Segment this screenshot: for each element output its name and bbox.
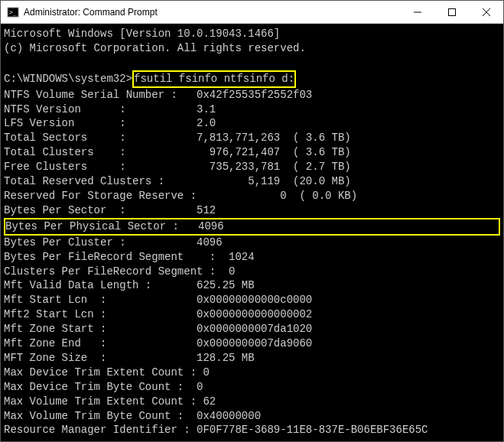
output-row: Total Sectors : 7,813,771,263 ( 3.6 TB) [4,131,500,145]
output-row: NTFS Volume Serial Number : 0x42f25535f2… [4,88,500,102]
output-label: NTFS Volume Serial Number : [4,89,197,101]
output-value: 3.1 [197,103,216,115]
window-controls [400,1,503,23]
output-label: Mft Zone Start : [4,323,197,335]
output-value: 976,721,407 ( 3.6 TB) [197,146,351,158]
output-label: Max Device Trim Extent Count : [4,366,203,379]
header-line: (c) Microsoft Corporation. All rights re… [4,41,500,56]
output-value: 0 [203,366,209,379]
output-label: Bytes Per Physical Sector : [5,220,198,232]
output-row: Total Clusters : 976,721,407 ( 3.6 TB) [4,145,500,160]
output-row: Clusters Per FileRecord Segment : 0 [4,265,500,279]
output-label: Mft Start Lcn : [4,294,197,306]
output-value: 4096 [197,236,223,249]
output-row: Max Volume Trim Extent Count : 62 [4,395,500,409]
output-value: 0 [197,381,203,393]
output-label: Clusters Per FileRecord Segment : [4,265,229,278]
output-row: Mft Zone Start : 0x0000000007da1020 [4,322,500,336]
output-label: Resource Manager Identifier : [4,424,197,436]
output-row: Bytes Per Sector : 512 [4,203,500,218]
output-value: 0x00000000000c0000 [197,294,312,306]
window-title: Administrator: Command Prompt [24,7,400,18]
output-row: Mft Zone End : 0x0000000007da9060 [4,336,500,351]
output-label: Mft Valid Data Length : [4,279,197,291]
close-button[interactable] [469,1,503,23]
output-value: 5,119 (20.0 MB) [197,175,351,187]
output-row: Max Volume Trim Byte Count : 0x40000000 [4,409,500,424]
cmd-icon: >_ [7,6,19,18]
output-label: Total Clusters : [4,146,197,158]
output-label: Reserved For Storage Reserve : [4,190,203,202]
output-label: Bytes Per FileRecord Segment : [4,251,229,263]
output-label: Mft2 Start Lcn : [4,308,197,320]
output-value: 0x0000000007da1020 [197,323,312,335]
output-label: Total Reserved Clusters : [4,175,197,187]
output-value: 128.25 MB [197,352,255,364]
output-label: Bytes Per Sector : [4,204,197,216]
output-label: Mft Zone End : [4,337,197,349]
output-row: MFT Zone Size : 128.25 MB [4,351,500,366]
output-label: Max Volume Trim Extent Count : [4,395,203,408]
output-row: NTFS Version : 3.1 [4,102,500,117]
blank-line [4,437,500,442]
output-row: Bytes Per Physical Sector : 4096 [4,218,500,236]
output-value: 4096 [198,220,224,232]
output-value: 7,813,771,263 ( 3.6 TB) [197,132,351,144]
output-value: 0F0F778E-3689-11E8-837E-B06EBF36E65C [197,424,428,436]
output-value: 625.25 MB [197,279,255,291]
output-label: Total Sectors : [4,132,197,144]
output-value: 0 [229,265,235,278]
output-row: Mft Start Lcn : 0x00000000000c0000 [4,293,500,307]
output-row: Mft2 Start Lcn : 0x0000000000000002 [4,307,500,322]
output-value: 0x42f25535f2552f03 [197,89,312,101]
output-row: LFS Version : 2.0 [4,116,500,131]
maximize-button[interactable] [434,1,469,23]
header-line: Microsoft Windows [Version 10.0.19043.14… [4,27,500,41]
output-label: Bytes Per Cluster : [4,236,197,249]
output-value: 62 [203,395,216,408]
output-value: 0x0000000000000002 [197,308,312,320]
output-label: LFS Version : [4,117,197,129]
output-value: 735,233,781 ( 2.7 TB) [197,161,351,173]
output-row: Reserved For Storage Reserve : 0 ( 0.0 K… [4,189,500,203]
output-label: Max Volume Trim Byte Count : [4,410,197,422]
titlebar: >_ Administrator: Command Prompt [1,1,503,24]
output-label: MFT Zone Size : [4,352,197,364]
output-row: Bytes Per Cluster : 4096 [4,236,500,250]
output-row: Max Device Trim Extent Count : 0 [4,366,500,380]
output-row: Resource Manager Identifier : 0F0F778E-3… [4,423,500,437]
output-value: 0 ( 0.0 KB) [203,190,357,202]
svg-text:>_: >_ [9,9,17,16]
output-value: 0x0000000007da9060 [197,337,312,349]
output-label: Free Clusters : [4,161,197,173]
output-value: 1024 [229,251,255,263]
blank-line [4,56,500,70]
output-label: Max Device Trim Byte Count : [4,381,197,393]
output-row: Bytes Per FileRecord Segment : 1024 [4,250,500,265]
output-value: 2.0 [197,117,216,129]
output-row: Total Reserved Clusters : 5,119 (20.0 MB… [4,174,500,189]
svg-rect-3 [448,8,455,15]
output-row: Free Clusters : 735,233,781 ( 2.7 TB) [4,160,500,174]
output-row: Mft Valid Data Length : 625.25 MB [4,278,500,293]
prompt-path: C:\WINDOWS\system32> [4,73,132,85]
command-text: fsutil fsinfo ntfsinfo d: [132,70,296,88]
prompt-line: C:\WINDOWS\system32>fsutil fsinfo ntfsin… [4,70,500,88]
output-value: 0x40000000 [197,410,261,422]
output-value: 512 [197,204,216,216]
terminal-output[interactable]: Microsoft Windows [Version 10.0.19043.14… [1,24,503,442]
output-label: NTFS Version : [4,103,197,115]
output-row: Max Device Trim Byte Count : 0 [4,380,500,395]
minimize-button[interactable] [400,1,434,23]
